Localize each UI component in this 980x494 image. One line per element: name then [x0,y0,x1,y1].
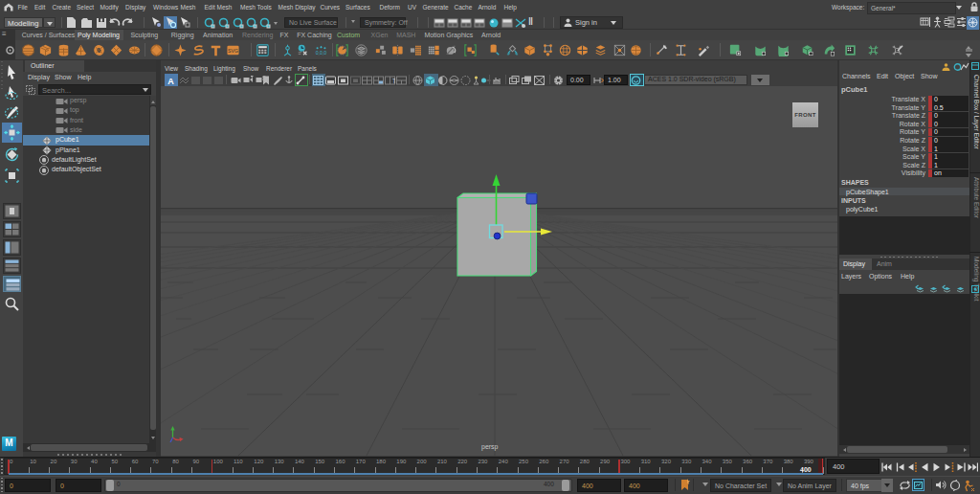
svg-text:SVG: SVG [228,47,238,53]
svg-text:0,0,0: 0,0,0 [315,50,326,56]
svg-text:A: A [167,76,174,85]
svg-text:T: T [392,78,395,84]
